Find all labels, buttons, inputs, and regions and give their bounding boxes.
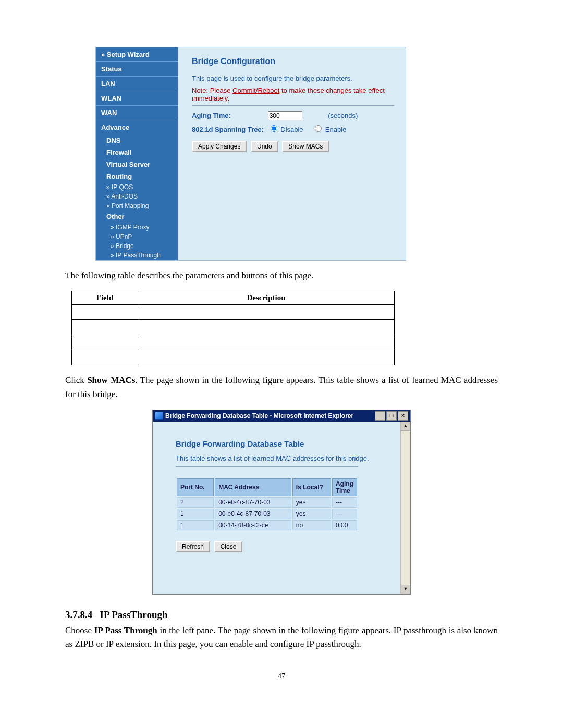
sidebar-item-upnp[interactable]: UPnP	[96, 232, 178, 241]
table-row: 1 00-14-78-0c-f2-ce no 0.00	[177, 520, 357, 530]
field-description-table: Field Description	[71, 291, 395, 365]
table-row: 1 00-e0-4c-87-70-03 yes ---	[177, 509, 357, 519]
seconds-label: (seconds)	[328, 112, 358, 119]
panel-intro: This page is used to configure the bridg…	[192, 75, 394, 82]
bridge-config-screenshot: Setup Wizard Status LAN WLAN WAN Advance…	[95, 47, 406, 261]
sidebar-item-firewall[interactable]: Firewall	[96, 146, 178, 158]
sidebar-item-lan[interactable]: LAN	[96, 76, 178, 91]
page-number: 47	[65, 672, 498, 681]
sidebar-item-ip-passthrough[interactable]: IP PassThrough	[96, 251, 178, 260]
panel-title: Bridge Configuration	[192, 57, 394, 66]
table-row	[72, 305, 395, 320]
aging-time-input[interactable]	[268, 111, 302, 120]
sidebar-item-status[interactable]: Status	[96, 61, 178, 76]
stp-disable-radio[interactable]	[271, 125, 277, 132]
table-row	[72, 350, 395, 365]
sidebar-item-wan[interactable]: WAN	[96, 105, 178, 120]
fdb-intro: This table shows a list of learned MAC a…	[176, 454, 385, 462]
scroll-up-icon[interactable]: ▲	[401, 422, 410, 431]
stp-disable-option[interactable]: Disable	[268, 126, 303, 133]
mac-th-mac: MAC Address	[215, 478, 291, 496]
maximize-button[interactable]: □	[386, 411, 397, 421]
show-macs-button[interactable]: Show MACs	[282, 141, 329, 152]
vertical-scrollbar[interactable]: ▲ ▼	[400, 422, 410, 594]
sidebar-item-anti-dos[interactable]: Anti-DOS	[96, 192, 178, 201]
body-text-2: Click Show MACs. The page shown in the f…	[65, 374, 498, 401]
spanning-tree-label: 802.1d Spanning Tree:	[192, 126, 266, 133]
table-row	[72, 335, 395, 350]
window-titlebar: Bridge Forwarding Database Table - Micro…	[153, 410, 410, 422]
sidebar-item-wlan[interactable]: WLAN	[96, 91, 178, 105]
aging-time-label: Aging Time:	[192, 112, 266, 119]
sidebar-item-ip-qos[interactable]: IP QOS	[96, 182, 178, 192]
divider	[192, 105, 394, 106]
scroll-track[interactable]	[401, 431, 410, 585]
stp-enable-radio[interactable]	[315, 125, 322, 132]
sidebar-item-bridge[interactable]: Bridge	[96, 241, 178, 251]
fdtable-header-field: Field	[72, 291, 138, 305]
undo-button[interactable]: Undo	[251, 141, 278, 152]
commit-reboot-link[interactable]: Commit/Reboot	[232, 87, 279, 94]
mac-th-port: Port No.	[177, 478, 214, 496]
sidebar-item-advance[interactable]: Advance	[96, 120, 178, 134]
mac-th-aging: Aging Time	[332, 478, 357, 496]
window-title: Bridge Forwarding Database Table - Micro…	[165, 412, 374, 419]
sidebar-item-other[interactable]: Other	[96, 211, 178, 223]
table-row: 2 00-e0-4c-87-70-03 yes ---	[177, 497, 357, 508]
forwarding-db-window: Bridge Forwarding Database Table - Micro…	[152, 410, 411, 595]
close-window-button[interactable]: ×	[398, 411, 408, 421]
sidebar-item-routing[interactable]: Routing	[96, 170, 178, 182]
apply-changes-button[interactable]: Apply Changes	[192, 141, 247, 152]
sidebar-item-dns[interactable]: DNS	[96, 134, 178, 146]
body-text-3: Choose IP Pass Through in the left pane.…	[65, 624, 498, 651]
aging-time-row: Aging Time: (seconds)	[192, 111, 394, 120]
sidebar: Setup Wizard Status LAN WLAN WAN Advance…	[96, 47, 178, 260]
sidebar-item-setup-wizard[interactable]: Setup Wizard	[96, 47, 178, 61]
sidebar-item-port-mapping[interactable]: Port Mapping	[96, 201, 178, 211]
section-heading: 3.7.8.4 IP PassThrough	[65, 609, 498, 621]
panel-note: Note: Please Commit/Reboot to make these…	[192, 87, 394, 102]
ie-icon	[155, 412, 163, 420]
bridge-config-panel: Bridge Configuration This page is used t…	[178, 47, 406, 260]
sidebar-item-igmp-proxy[interactable]: IGMP Proxy	[96, 223, 178, 232]
spanning-tree-row: 802.1d Spanning Tree: Disable Enable	[192, 124, 394, 133]
scroll-down-icon[interactable]: ▼	[401, 585, 410, 594]
stp-enable-option[interactable]: Enable	[312, 126, 346, 133]
fdb-title: Bridge Forwarding Database Table	[176, 439, 385, 448]
mac-table: Port No. MAC Address Is Local? Aging Tim…	[176, 477, 358, 532]
table-row	[72, 320, 395, 335]
refresh-button[interactable]: Refresh	[176, 541, 210, 552]
divider	[176, 466, 358, 467]
body-text-1: The following table describes the parame…	[65, 269, 498, 282]
minimize-button[interactable]: _	[375, 411, 385, 421]
fdtable-header-description: Description	[138, 291, 395, 305]
mac-th-islocal: Is Local?	[292, 478, 331, 496]
sidebar-item-virtual-server[interactable]: Virtual Server	[96, 158, 178, 170]
close-button[interactable]: Close	[214, 541, 243, 552]
